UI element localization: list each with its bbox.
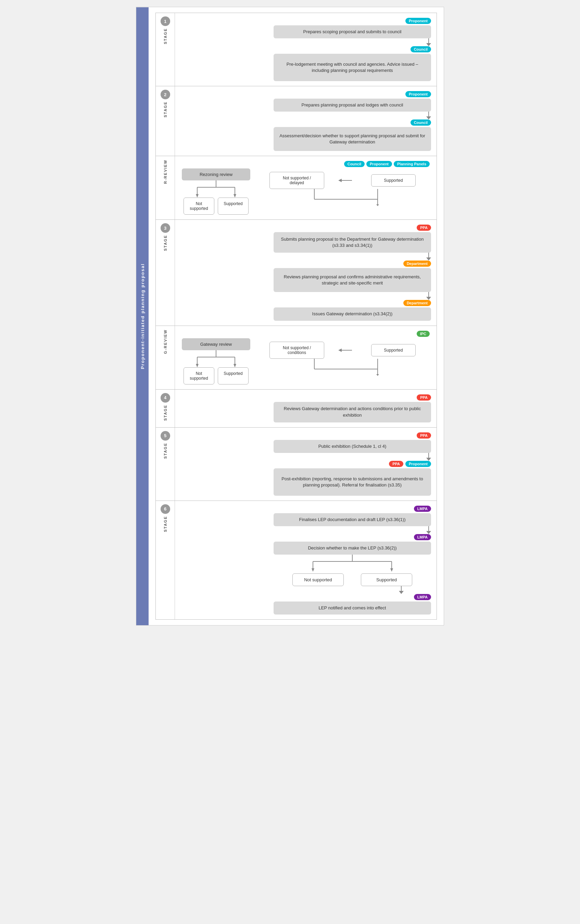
- stage-5-arrow1: [426, 453, 431, 461]
- stage-5-box2: Post-exhibition (reporting, response to …: [274, 468, 431, 496]
- stage-3-badge-dept1: Department: [403, 260, 431, 267]
- g-review-connector-svg: [182, 350, 250, 367]
- stage-4-section: 4 STAGE PPA Reviews Gateway determinatio…: [155, 390, 437, 428]
- stage-6-section: 6 STAGE LMPA Finalises LEP documentation…: [155, 501, 437, 620]
- stage-5-content: PPA Public exhibition (Schedule 1, cl 4)…: [175, 428, 437, 501]
- stage-2-arrow1: [426, 112, 431, 120]
- stage-3-badge-row-3: Department: [403, 300, 431, 306]
- stage-3-badge-ppa: PPA: [417, 225, 431, 231]
- stage-6-not-supported: Not supported: [292, 573, 344, 586]
- stage-6-badge-row-1: LMPA: [414, 506, 431, 512]
- g-review-arrow-left-svg: [338, 347, 352, 354]
- page-wrapper: Proponent-initiated planning proposal 1 …: [136, 7, 444, 626]
- stage-3-arrow1: [426, 253, 431, 260]
- stage-6-text: STAGE: [163, 516, 167, 532]
- stage-6-badge-row-3: LMPA: [414, 594, 431, 600]
- g-review-badge-ipc: IPC: [417, 331, 430, 337]
- stage-2-badge-council: Council: [410, 120, 431, 126]
- stage-6-box2: Decision whether to make the LEP (s3.36(…: [274, 542, 431, 555]
- r-review-not-supported-delayed: Not supported / delayed: [269, 172, 324, 189]
- stage-6-badge-lmpa2: LMPA: [414, 534, 431, 540]
- stage-1-arrow1: [426, 38, 431, 46]
- stage-3-badge-row-2: Department: [403, 260, 431, 267]
- stage-3-badge-row-1: PPA: [417, 225, 431, 231]
- g-review-main-box: Gateway review: [182, 338, 250, 350]
- stage-6-supported: Supported: [361, 573, 412, 586]
- r-review-content: Council Proponent Planning Panels Rezoni…: [175, 156, 437, 219]
- g-review-supported-right: Supported: [371, 344, 416, 356]
- r-review-supported: Supported: [218, 198, 249, 215]
- stage-6-num: 6: [161, 504, 170, 514]
- g-review-not-supported: Not supported: [183, 367, 214, 384]
- r-review-label: R-REVIEW: [156, 156, 175, 219]
- stage-5-box1: Public exhibition (Schedule 1, cl 4): [274, 440, 431, 453]
- stage-6-badge-lmpa3: LMPA: [414, 594, 431, 600]
- r-review-section: R-REVIEW Council Proponent Planning Pane…: [155, 156, 437, 220]
- stage-2-num: 2: [161, 90, 170, 99]
- stage-1-section: 1 STAGE Proponent Prepares scoping propo…: [155, 13, 437, 86]
- stage-2-box2: Assessment/decision whether to support p…: [274, 127, 431, 151]
- r-review-connector-svg: [182, 180, 250, 198]
- stage-3-box2: Reviews planning proposal and confirms a…: [274, 268, 431, 292]
- r-review-arrow-left-svg: [338, 177, 352, 184]
- stage-5-text: STAGE: [163, 443, 167, 459]
- stage-4-box1: Reviews Gateway determination and action…: [274, 402, 431, 422]
- stage-1-label: 1 STAGE: [156, 13, 175, 86]
- stage-5-badge-ppa2: PPA: [389, 461, 403, 467]
- stage-5-section: 5 STAGE PPA Public exhibition (Schedule …: [155, 428, 437, 501]
- stage-6-box3: LEP notified and comes into effect: [274, 601, 431, 614]
- stage-3-content: PPA Submits planning proposal to the Dep…: [175, 220, 437, 325]
- stage-5-badge-row-1: PPA: [417, 432, 431, 438]
- r-review-not-supported: Not supported: [183, 198, 214, 215]
- stage-4-num: 4: [161, 393, 170, 403]
- stage-1-box1: Prepares scoping proposal and submits to…: [274, 25, 431, 38]
- stage-6-label: 6 STAGE: [156, 501, 175, 620]
- svg-marker-20: [338, 349, 342, 352]
- svg-marker-25: [376, 374, 379, 376]
- r-review-badge-council: Council: [344, 161, 365, 167]
- stage-2-content: Proponent Prepares planning proposal and…: [175, 86, 437, 156]
- stage-3-section: 3 STAGE PPA Submits planning proposal to…: [155, 220, 437, 326]
- stage-1-text: STAGE: [163, 28, 167, 44]
- stage-5-num: 5: [161, 431, 170, 441]
- stage-1-badge-row-1: Proponent: [405, 18, 431, 24]
- stage-2-section: 2 STAGE Proponent Prepares planning prop…: [155, 86, 437, 156]
- svg-marker-5: [234, 194, 236, 198]
- stage-1-num: 1: [161, 16, 170, 26]
- stage-3-text: STAGE: [163, 235, 167, 251]
- stage-3-label: 3 STAGE: [156, 220, 175, 325]
- r-review-badge-planning-panels: Planning Panels: [394, 161, 430, 167]
- stage-2-badge-row-2: Council: [410, 120, 431, 126]
- stage-6-badge-row-2: LMPA: [414, 534, 431, 540]
- stage-4-text: STAGE: [163, 405, 167, 421]
- stage-1-content: Proponent Prepares scoping proposal and …: [175, 13, 437, 86]
- stage-3-box1: Submits planning proposal to the Departm…: [274, 232, 431, 253]
- g-review-supported: Supported: [218, 367, 249, 384]
- stage-1-badge-proponent: Proponent: [405, 18, 431, 24]
- stage-6-content: LMPA Finalises LEP documentation and dra…: [175, 501, 437, 620]
- svg-marker-17: [196, 364, 199, 367]
- svg-marker-31: [391, 568, 393, 572]
- stage-4-content: PPA Reviews Gateway determination and ac…: [175, 390, 437, 427]
- stage-2-box1: Prepares planning proposal and lodges wi…: [274, 99, 431, 112]
- stage-5-label: 5 STAGE: [156, 428, 175, 501]
- svg-marker-7: [338, 179, 342, 182]
- r-review-bottom-svg: [287, 189, 403, 206]
- svg-marker-18: [234, 364, 236, 367]
- stage-4-badge-ppa: PPA: [417, 394, 431, 400]
- left-label: Proponent-initiated planning proposal: [136, 7, 148, 625]
- svg-marker-4: [196, 194, 199, 198]
- stage-5-badge-ppa1: PPA: [417, 432, 431, 438]
- stage-3-badge-dept2: Department: [403, 300, 431, 306]
- stage-2-label: 2 STAGE: [156, 86, 175, 156]
- stage-3-box3: Issues Gateway determination (s3.34(2)): [274, 308, 431, 320]
- g-review-bottom-svg: [287, 359, 403, 376]
- r-review-supported-right: Supported: [371, 174, 416, 186]
- stage-6-arrow2: [399, 586, 404, 594]
- stage-3-num: 3: [161, 223, 170, 233]
- stage-6-arrow1: [426, 526, 431, 534]
- stage-5-badge-proponent: Proponent: [405, 461, 431, 467]
- g-review-label: G-REVIEW: [156, 326, 175, 389]
- g-review-not-supported-conditions: Not supported / conditions: [269, 342, 324, 359]
- r-review-badge-proponent: Proponent: [366, 161, 392, 167]
